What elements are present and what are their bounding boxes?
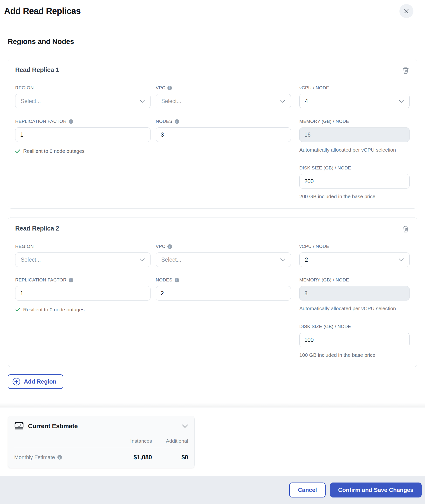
disk-size-label: DISK SIZE (GB) / NODE <box>299 324 351 329</box>
check-icon <box>15 308 20 312</box>
vcpu-select[interactable]: 2 <box>299 252 410 267</box>
memory-label: MEMORY (GB) / NODE <box>299 277 349 283</box>
nodes-input[interactable] <box>156 127 291 142</box>
resilience-text: Resilient to 0 node outages <box>23 148 85 154</box>
replication-factor-field: REPLICATION FACTOR i Resilient to 0 node… <box>15 277 151 313</box>
vcpu-field: vCPU / NODE 4 <box>299 85 410 108</box>
vcpu-select-value: 2 <box>305 257 308 263</box>
nodes-field: NODES i <box>156 119 291 154</box>
region-field: REGION Select... <box>15 85 151 108</box>
region-label: REGION <box>15 85 34 91</box>
vpc-field: VPC i Select... <box>156 244 291 267</box>
info-icon[interactable]: i <box>167 86 172 90</box>
monthly-estimate-label: Monthly Estimate <box>14 454 55 461</box>
column-header-additional: Additional <box>152 438 188 444</box>
vpc-label: VPC <box>156 244 165 249</box>
replication-factor-label: REPLICATION FACTOR <box>15 119 67 124</box>
nodes-field: NODES i <box>156 277 291 313</box>
estimate-title: Current Estimate <box>28 422 78 430</box>
estimate-section: Current Estimate Instances Additional Mo… <box>0 407 425 476</box>
chevron-down-icon <box>140 258 145 261</box>
info-icon[interactable]: i <box>57 455 62 460</box>
modal-header: Add Read Replicas <box>0 0 425 25</box>
info-icon[interactable]: i <box>69 119 73 124</box>
disk-size-label: DISK SIZE (GB) / NODE <box>299 165 351 171</box>
memory-label: MEMORY (GB) / NODE <box>299 119 349 124</box>
replication-factor-field: REPLICATION FACTOR i Resilient to 0 node… <box>15 119 151 154</box>
read-replica-card-1: Read Replica 1 <box>8 59 417 209</box>
plus-circle-icon <box>12 377 21 386</box>
confirm-save-button[interactable]: Confirm and Save Changes <box>330 483 422 497</box>
vpc-field: VPC i Select... <box>156 85 291 108</box>
add-read-replicas-modal: Add Read Replicas Regions and Nodes Read… <box>0 0 425 504</box>
chevron-down-icon[interactable] <box>182 424 188 428</box>
estimate-header-toggle[interactable]: Current Estimate <box>14 422 188 430</box>
column-header-instances: Instances <box>111 438 152 444</box>
chevron-down-icon <box>280 258 285 261</box>
vcpu-select[interactable]: 4 <box>299 94 410 108</box>
vcpu-label: vCPU / NODE <box>299 244 329 249</box>
vcpu-label: vCPU / NODE <box>299 85 329 91</box>
disk-size-input[interactable] <box>299 333 410 347</box>
nodes-input[interactable] <box>156 286 291 301</box>
replication-factor-input[interactable] <box>15 127 151 142</box>
info-icon[interactable]: i <box>175 278 179 282</box>
section-title: Regions and Nodes <box>8 37 417 46</box>
read-replica-card-2: Read Replica 2 <box>8 217 417 367</box>
cancel-button[interactable]: Cancel <box>289 483 326 497</box>
nodes-label: NODES <box>156 277 172 283</box>
vpc-label: VPC <box>156 85 165 91</box>
check-icon <box>15 149 20 153</box>
disk-size-field: DISK SIZE (GB) / NODE 200 GB included in… <box>299 165 410 200</box>
disk-note: 100 GB included in the base price <box>299 351 410 359</box>
vpc-select[interactable]: Select... <box>156 94 291 108</box>
modal-footer: Cancel Confirm and Save Changes <box>0 476 425 504</box>
memory-input <box>299 127 410 142</box>
chevron-down-icon <box>399 100 404 103</box>
vpc-select-placeholder: Select... <box>161 257 181 263</box>
delete-replica-button[interactable] <box>402 66 410 75</box>
region-label: REGION <box>15 244 34 249</box>
modal-body: Regions and Nodes Read Replica 1 <box>0 25 425 407</box>
info-icon[interactable]: i <box>167 244 172 249</box>
info-icon[interactable]: i <box>69 278 73 282</box>
page-title: Add Read Replicas <box>4 6 81 16</box>
vcpu-select-value: 4 <box>305 98 308 105</box>
region-select[interactable]: Select... <box>15 252 151 267</box>
trash-icon <box>402 225 409 233</box>
trash-icon <box>402 67 409 74</box>
close-icon <box>404 8 409 14</box>
memory-field: MEMORY (GB) / NODE Automatically allocat… <box>299 277 410 312</box>
close-button[interactable] <box>399 4 413 18</box>
vpc-select[interactable]: Select... <box>156 252 291 267</box>
disk-note: 200 GB included in the base price <box>299 193 410 200</box>
region-select[interactable]: Select... <box>15 94 151 108</box>
delete-replica-button[interactable] <box>402 225 410 233</box>
memory-note: Automatically allocated per vCPU selecti… <box>299 305 410 312</box>
info-icon[interactable]: i <box>175 119 179 124</box>
monthly-estimate-instances-value: $1,080 <box>111 454 152 461</box>
memory-field: MEMORY (GB) / NODE Automatically allocat… <box>299 119 410 154</box>
resilience-text: Resilient to 0 node outages <box>23 307 85 313</box>
monthly-estimate-additional-value: $0 <box>152 454 188 461</box>
monthly-estimate-row: Monthly Estimate i $1,080 $0 <box>14 454 188 461</box>
region-select-placeholder: Select... <box>21 257 41 263</box>
disk-size-field: DISK SIZE (GB) / NODE 100 GB included in… <box>299 324 410 359</box>
memory-input <box>299 286 410 301</box>
add-region-label: Add Region <box>24 378 56 385</box>
region-field: REGION Select... <box>15 244 151 267</box>
chevron-down-icon <box>280 100 285 103</box>
disk-size-input[interactable] <box>299 174 410 189</box>
vpc-select-placeholder: Select... <box>161 98 181 105</box>
chevron-down-icon <box>140 100 145 103</box>
memory-note: Automatically allocated per vCPU selecti… <box>299 146 410 154</box>
vcpu-field: vCPU / NODE 2 <box>299 244 410 267</box>
add-region-button[interactable]: Add Region <box>8 374 63 389</box>
replication-factor-label: REPLICATION FACTOR <box>15 277 67 283</box>
nodes-label: NODES <box>156 119 172 124</box>
replica-title: Read Replica 1 <box>15 66 59 74</box>
replica-title: Read Replica 2 <box>15 225 59 232</box>
replication-factor-input[interactable] <box>15 286 151 301</box>
chevron-down-icon <box>399 258 404 261</box>
money-icon <box>14 422 24 430</box>
